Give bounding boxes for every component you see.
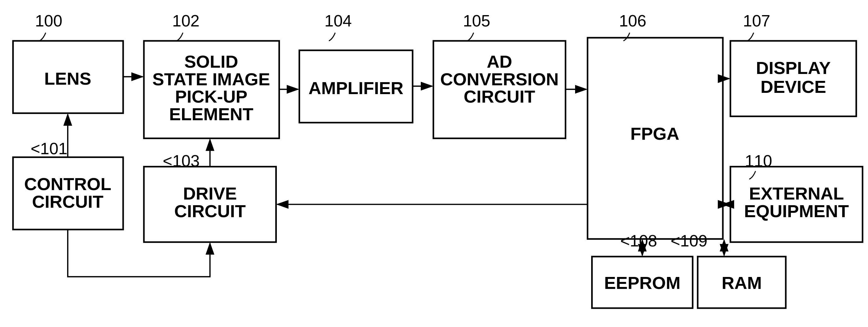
ref-108: <108 (620, 232, 657, 250)
ram-label: RAM (721, 273, 762, 293)
ad-conversion-label-1: AD (487, 52, 512, 71)
ref-101: <101 (31, 139, 67, 158)
ref-105: 105 (463, 12, 490, 30)
ref-107: 107 (743, 12, 770, 30)
drive-circuit-label-1: DRIVE (183, 184, 237, 203)
solid-state-label-1: SOLID (184, 52, 238, 71)
ref-104: 104 (324, 12, 352, 30)
lens-label: LENS (44, 69, 91, 89)
eeprom-label: EEPROM (604, 273, 680, 293)
amplifier-label: AMPLIFIER (309, 78, 403, 98)
ref-109: <109 (671, 232, 707, 250)
solid-state-label-4: ELEMENT (169, 104, 253, 124)
control-circuit-label-1: CONTROL (24, 174, 112, 194)
external-equipment-label-2: EQUIPMENT (744, 201, 849, 221)
ad-conversion-label-2: CONVERSION (440, 69, 559, 89)
ref-100: 100 (35, 12, 62, 30)
display-device-label-1: DISPLAY (756, 58, 831, 78)
control-circuit-label-2: CIRCUIT (32, 192, 104, 211)
ref-106: 106 (619, 12, 646, 30)
diagram-container: 100 102 104 105 106 107 <101 <103 <108 <… (0, 0, 868, 327)
fpga-label: FPGA (630, 124, 679, 143)
solid-state-label-2: STATE IMAGE (152, 69, 270, 89)
solid-state-label-3: PICK-UP (175, 87, 248, 106)
external-equipment-label-1: EXTERNAL (749, 184, 844, 203)
ref-102: 102 (172, 12, 200, 30)
display-device-label-2: DEVICE (761, 77, 826, 97)
drive-circuit-label-2: CIRCUIT (174, 201, 246, 221)
ad-conversion-label-3: CIRCUIT (464, 87, 535, 106)
